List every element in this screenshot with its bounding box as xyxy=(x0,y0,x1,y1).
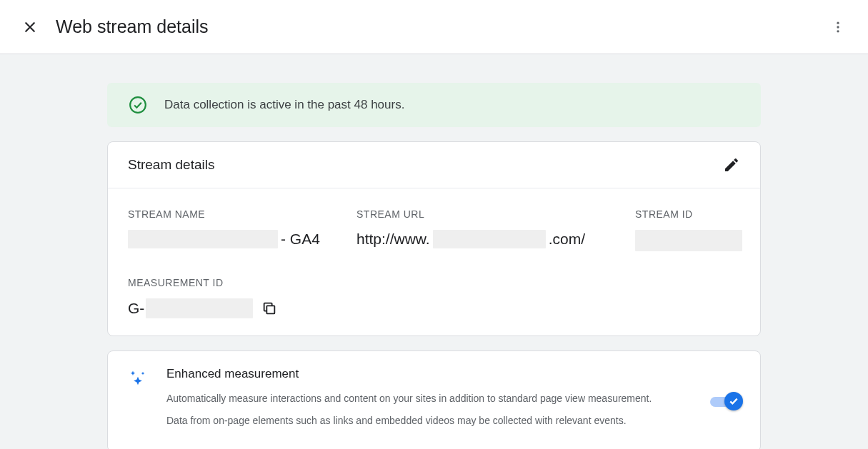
page-title: Web stream details xyxy=(56,16,209,37)
close-icon xyxy=(22,19,38,35)
stream-url-value: http://www..com/ xyxy=(356,230,635,248)
copy-icon xyxy=(261,301,277,316)
copy-measurement-id-button[interactable] xyxy=(261,301,277,316)
stream-url-label: STREAM URL xyxy=(356,208,635,220)
close-button[interactable] xyxy=(21,19,39,36)
redacted-block xyxy=(433,230,546,248)
pencil-icon xyxy=(723,156,740,173)
stream-details-card: Stream details STREAM NAME - GA4 STREAM … xyxy=(107,141,761,336)
enhanced-measurement-card: Enhanced measurement Automatically measu… xyxy=(107,350,761,449)
topbar-left: Web stream details xyxy=(21,16,209,37)
redacted-block xyxy=(146,298,253,318)
status-message: Data collection is active in the past 48… xyxy=(164,98,404,112)
measurement-id-prefix: G- xyxy=(128,300,144,317)
check-circle-icon xyxy=(129,96,147,114)
stream-name-label: STREAM NAME xyxy=(128,208,356,220)
svg-point-4 xyxy=(837,30,839,32)
enhanced-measurement-title: Enhanced measurement xyxy=(166,367,692,381)
svg-point-5 xyxy=(130,97,146,113)
top-bar: Web stream details xyxy=(0,0,868,54)
enhanced-measurement-toggle-area xyxy=(710,367,740,435)
stream-url-prefix: http://www. xyxy=(356,231,430,248)
sparkle-icon xyxy=(128,368,148,388)
stream-details-header: Stream details xyxy=(108,142,760,188)
stream-id-label: STREAM ID xyxy=(635,208,742,220)
measurement-id-value: G- xyxy=(128,298,740,318)
stream-id-value xyxy=(635,230,742,251)
stream-url-suffix: .com/ xyxy=(549,231,585,248)
stream-id-block: STREAM ID xyxy=(635,208,742,251)
stream-name-value: - GA4 xyxy=(128,230,356,248)
measurement-id-label: MEASUREMENT ID xyxy=(128,277,740,288)
check-icon xyxy=(728,395,739,407)
edit-stream-button[interactable] xyxy=(723,156,740,173)
stream-details-title: Stream details xyxy=(128,157,214,173)
more-vertical-icon xyxy=(831,20,845,34)
stream-url-block: STREAM URL http://www..com/ xyxy=(356,208,635,251)
stream-name-block: STREAM NAME - GA4 xyxy=(128,208,356,251)
toggle-thumb xyxy=(724,392,743,410)
enhanced-measurement-toggle[interactable] xyxy=(710,392,740,410)
enhanced-measurement-desc-1: Automatically measure interactions and c… xyxy=(166,391,692,406)
svg-point-3 xyxy=(837,26,839,28)
stream-details-body: STREAM NAME - GA4 STREAM URL http://www.… xyxy=(108,188,760,336)
more-options-button[interactable] xyxy=(829,19,847,36)
enhanced-measurement-desc-2: Data from on-page elements such as links… xyxy=(166,413,692,428)
status-banner: Data collection is active in the past 48… xyxy=(107,83,761,127)
measurement-id-block: MEASUREMENT ID G- xyxy=(128,277,740,318)
redacted-block xyxy=(635,230,742,251)
content-area: Data collection is active in the past 48… xyxy=(0,54,868,449)
details-grid: STREAM NAME - GA4 STREAM URL http://www.… xyxy=(128,208,740,251)
redacted-block xyxy=(128,230,278,248)
svg-point-2 xyxy=(837,21,839,24)
stream-name-suffix: - GA4 xyxy=(281,231,320,248)
enhanced-measurement-body: Enhanced measurement Automatically measu… xyxy=(166,367,692,435)
svg-rect-6 xyxy=(267,306,275,313)
